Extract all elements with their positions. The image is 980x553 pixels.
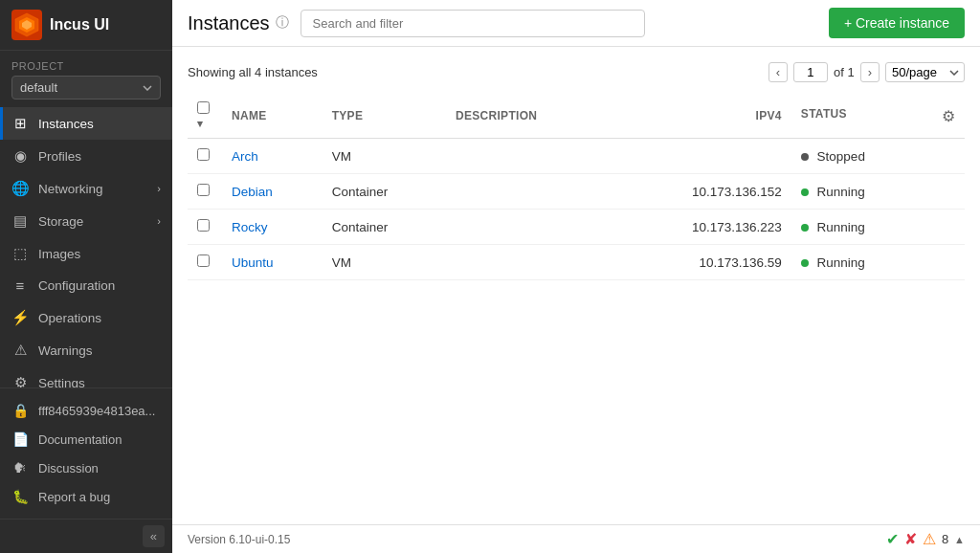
project-section: Project default (0, 51, 172, 103)
configuration-icon: ≡ (11, 277, 29, 294)
next-page-button[interactable]: › (860, 62, 880, 82)
table-settings-button[interactable]: ⚙ (942, 107, 955, 125)
instance-description-cell (446, 174, 612, 210)
row-checkbox-cell (188, 210, 222, 245)
sidebar-item-label-profiles: Profiles (38, 149, 81, 164)
sidebar-item-configuration[interactable]: ≡ Configuration (0, 270, 172, 301)
sidebar-item-images[interactable]: ⬚ Images (0, 237, 172, 270)
networking-icon: 🌐 (11, 180, 29, 197)
table-controls: Showing all 4 instances ‹ of 1 › 50/page… (188, 62, 965, 82)
sidebar-item-label-networking: Networking (38, 182, 103, 196)
select-all-header: ▾ (188, 94, 222, 139)
status-error-icon: ✘ (904, 530, 917, 548)
row-checkbox-cell (188, 174, 222, 210)
instance-status-cell: Stopped (791, 139, 965, 174)
sidebar-item-label-images: Images (38, 247, 80, 261)
instance-name-cell: Ubuntu (222, 245, 323, 280)
sidebar-fingerprint[interactable]: 🔒 fff8465939e4813ea... (0, 396, 172, 425)
version-text: Version 6.10-ui-0.15 (188, 533, 886, 546)
row-checkbox[interactable] (197, 219, 210, 232)
sort-toggle-icon[interactable]: ▾ (197, 118, 203, 129)
discussion-label: Discussion (38, 461, 99, 476)
instance-name-link[interactable]: Debian (232, 185, 273, 199)
status-label: Running (817, 220, 865, 234)
showing-text: Showing all 4 instances (188, 65, 768, 79)
status-label: Running (817, 255, 865, 270)
sidebar-item-settings[interactable]: ⚙ Settings (0, 366, 172, 387)
collapse-sidebar-button[interactable]: « (143, 525, 165, 547)
total-pages-text: of 1 (834, 65, 855, 79)
operations-icon: ⚡ (11, 309, 29, 326)
report-bug-label: Report a bug (38, 490, 110, 504)
table-row: Ubuntu VM 10.173.136.59 Running (188, 245, 965, 280)
page-number-input[interactable] (793, 62, 828, 82)
table-row: Arch VM Stopped (188, 139, 965, 174)
sidebar-item-label-warnings: Warnings (38, 343, 93, 358)
page-title: Instances (188, 12, 270, 34)
sidebar-bottom: 🔒 fff8465939e4813ea... 📄 Documentation 🗣… (0, 387, 172, 519)
sidebar-header: Incus UI (0, 0, 172, 51)
status-dot (801, 259, 809, 267)
status-label: Running (817, 185, 865, 199)
sidebar-item-profiles[interactable]: ◉ Profiles (0, 140, 172, 172)
row-checkbox[interactable] (197, 148, 210, 161)
instance-name-cell: Arch (222, 139, 323, 174)
sidebar-item-storage[interactable]: ▤ Storage › (0, 205, 172, 237)
fingerprint-icon: 🔒 (11, 403, 29, 418)
settings-icon: ⚙ (11, 374, 29, 387)
status-dot (801, 188, 809, 196)
select-all-checkbox[interactable] (197, 101, 210, 114)
sidebar-documentation[interactable]: 📄 Documentation (0, 425, 172, 453)
instance-description-cell (446, 139, 612, 174)
topbar: Instances ⓘ + Create instance (172, 0, 980, 47)
instance-status-cell: Running (791, 210, 965, 245)
images-icon: ⬚ (11, 245, 29, 262)
sidebar-item-warnings[interactable]: ⚠ Warnings (0, 334, 172, 366)
sidebar-discussion[interactable]: 🗣 Discussion (0, 453, 172, 482)
search-input[interactable] (301, 10, 645, 37)
status-expand-icon[interactable]: ▲ (954, 534, 965, 545)
instances-tbody: Arch VM Stopped Debian Container 10.173.… (188, 139, 965, 280)
project-selector[interactable]: default (11, 76, 161, 100)
instance-name-link[interactable]: Arch (232, 149, 258, 164)
status-label: Stopped (817, 149, 865, 164)
sidebar-report-bug[interactable]: 🐛 Report a bug (0, 482, 172, 511)
storage-chevron-icon: › (157, 215, 161, 227)
instance-ipv4-cell (612, 139, 791, 174)
instance-name-link[interactable]: Rocky (232, 220, 268, 234)
table-row: Rocky Container 10.173.136.223 Running (188, 210, 965, 245)
sidebar-nav: ⊞ Instances ◉ Profiles 🌐 Networking › ▤ … (0, 103, 172, 387)
main-content: Instances ⓘ + Create instance Showing al… (172, 0, 980, 553)
instance-status-cell: Running (791, 174, 965, 210)
sidebar-item-instances[interactable]: ⊞ Instances (0, 107, 172, 140)
fingerprint-label: fff8465939e4813ea... (38, 404, 155, 418)
sidebar-item-label-instances: Instances (38, 117, 94, 131)
status-dot (801, 224, 809, 232)
row-checkbox[interactable] (197, 184, 210, 196)
sidebar-item-networking[interactable]: 🌐 Networking › (0, 172, 172, 205)
create-instance-button[interactable]: + Create instance (829, 8, 965, 38)
row-checkbox[interactable] (197, 254, 210, 267)
info-icon[interactable]: ⓘ (276, 14, 289, 32)
sidebar-item-operations[interactable]: ⚡ Operations (0, 301, 172, 334)
instance-type-cell: VM (323, 245, 446, 280)
sidebar-item-label-operations: Operations (38, 311, 101, 325)
instance-description-cell (446, 245, 612, 280)
sidebar-item-label-settings: Settings (38, 376, 85, 388)
status-dot (801, 153, 809, 161)
instance-type-cell: VM (323, 139, 446, 174)
instances-icon: ⊞ (11, 115, 29, 132)
row-checkbox-cell (188, 245, 222, 280)
prev-page-button[interactable]: ‹ (768, 62, 788, 82)
instance-name-link[interactable]: Ubuntu (232, 255, 274, 270)
documentation-icon: 📄 (11, 431, 29, 447)
sidebar-item-label-storage: Storage (38, 214, 83, 229)
col-header-name: NAME (222, 94, 323, 139)
profiles-icon: ◉ (11, 147, 29, 165)
instance-name-cell: Rocky (222, 210, 323, 245)
instance-ipv4-cell: 10.173.136.152 (612, 174, 791, 210)
status-ok-icon: ✔ (886, 530, 899, 548)
col-header-ipv4: IPV4 (612, 94, 791, 139)
bug-icon: 🐛 (11, 489, 29, 504)
per-page-selector[interactable]: 50/page 25/page 100/page (885, 62, 965, 82)
